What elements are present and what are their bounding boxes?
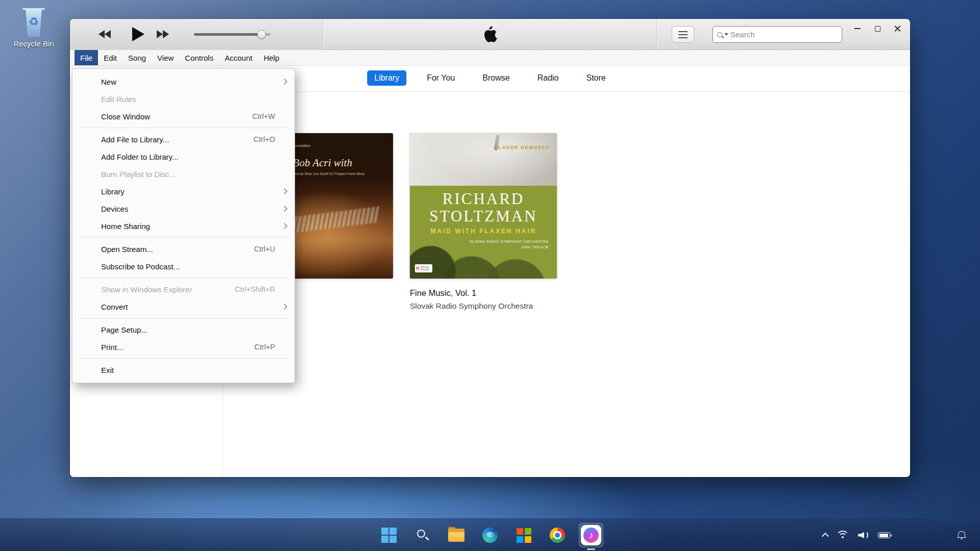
album2-caption: Fine Music, Vol. 1 Slovak Radio Symphony… — [410, 288, 533, 311]
taskbar-center-icons: ♪ — [377, 519, 603, 551]
menu-account[interactable]: Account — [219, 50, 258, 65]
microsoft-store-button[interactable] — [511, 523, 536, 547]
album-title[interactable]: Fine Music, Vol. 1 — [410, 288, 533, 298]
menu-item-print[interactable]: Print... Ctrl+P — [72, 338, 295, 356]
menu-file[interactable]: File — [75, 50, 98, 65]
fast-forward-icon — [157, 30, 163, 38]
itunes-button[interactable]: ♪ — [579, 523, 603, 547]
rewind-icon — [105, 30, 111, 38]
taskbar: ♪ — [0, 518, 980, 551]
notification-area[interactable] — [957, 519, 966, 551]
menu-item-edit-rules: Edit Rules — [72, 90, 295, 108]
nav-tabs: Library For You Browse Radio Store — [367, 69, 612, 87]
album-artist[interactable]: Slovak Radio Symphony Orchestra — [410, 302, 533, 311]
volume-slider[interactable] — [194, 33, 271, 36]
chevron-right-icon — [281, 304, 287, 309]
volume-fill — [194, 33, 261, 36]
play-button[interactable] — [132, 27, 144, 41]
menu-item-page-setup[interactable]: Page Setup... — [72, 321, 295, 338]
next-track-button[interactable] — [157, 30, 169, 38]
menu-separator — [79, 318, 288, 318]
maximize-icon — [875, 26, 880, 32]
recycle-bin[interactable]: ♻ Recycle Bin — [9, 8, 58, 48]
menu-separator — [79, 237, 288, 238]
file-explorer-button[interactable] — [444, 523, 469, 547]
album2-conductor-text: KIRK TREVOR — [522, 245, 549, 249]
desktop-wallpaper: ♻ Recycle Bin — [0, 0, 980, 551]
search-input[interactable] — [730, 30, 838, 39]
chrome-button[interactable] — [545, 523, 570, 547]
menu-separator — [79, 278, 288, 278]
menu-song[interactable]: Song — [122, 50, 152, 65]
list-view-icon — [678, 31, 688, 38]
view-switcher-button[interactable] — [672, 26, 694, 43]
menu-bar: File Edit Song View Controls Account Hel… — [70, 50, 910, 66]
menu-item-home-sharing[interactable]: Home Sharing — [72, 217, 295, 235]
menu-edit[interactable]: Edit — [98, 50, 122, 65]
battery-icon[interactable] — [878, 532, 890, 538]
itunes-icon: ♪ — [581, 525, 601, 545]
nav-tabs-border — [223, 91, 910, 92]
navona-label-text: Navona Records — [421, 266, 431, 271]
hidden-icons-chevron-icon[interactable] — [822, 533, 829, 540]
menu-controls[interactable]: Controls — [179, 50, 219, 65]
apple-logo-icon — [482, 26, 498, 46]
menu-item-convert[interactable]: Convert — [72, 298, 295, 315]
menu-item-close-window[interactable]: Close Window Ctrl+W — [72, 108, 295, 125]
fast-forward-icon — [163, 30, 169, 38]
window-controls — [849, 21, 906, 36]
menu-view[interactable]: View — [152, 50, 179, 65]
album2-photo-area — [410, 133, 557, 186]
menu-item-exit[interactable]: Exit — [72, 361, 295, 379]
taskbar-search-button[interactable] — [410, 523, 435, 547]
edge-button[interactable] — [478, 523, 502, 547]
folder-icon — [448, 529, 464, 542]
bell-icon — [957, 531, 966, 540]
tab-for-you[interactable]: For You — [420, 70, 462, 86]
menu-help[interactable]: Help — [258, 50, 285, 65]
volume-knob[interactable] — [257, 30, 266, 39]
chevron-right-icon — [281, 206, 287, 211]
volume-icon[interactable] — [857, 530, 870, 540]
minimize-button[interactable] — [849, 21, 866, 36]
close-icon — [894, 26, 901, 32]
recycle-bin-label: Recycle Bin — [9, 39, 58, 48]
maximize-button[interactable] — [869, 21, 886, 36]
microsoft-store-icon — [516, 528, 531, 543]
menu-item-open-stream[interactable]: Open Stream... Ctrl+U — [72, 240, 295, 258]
album2-orchestra-text: SLOVAK RADIO SYMPHONY ORCHESTRA — [470, 240, 549, 243]
toolbar-divider — [323, 19, 323, 50]
tab-radio[interactable]: Radio — [530, 70, 566, 86]
album2-subtitle: MAID WITH FLAXEN HAIR — [410, 228, 557, 235]
menu-item-new[interactable]: New — [72, 73, 295, 90]
itunes-window: File Edit Song View Controls Account Hel… — [70, 19, 910, 477]
album2-artist-line2: STOLTZMAN — [410, 207, 557, 226]
tab-library[interactable]: Library — [367, 70, 406, 86]
minimize-icon — [854, 28, 861, 29]
wifi-icon[interactable] — [836, 531, 849, 540]
menu-item-subscribe-to-podcast[interactable]: Subscribe to Podcast... — [72, 258, 295, 275]
album-cover-fine-music[interactable]: CLAUDE DEBUSSY RICHARD STOLTZMAN MAID WI… — [410, 133, 557, 279]
rewind-icon — [99, 30, 105, 38]
menu-item-add-file-to-library[interactable]: Add File to Library... Ctrl+O — [72, 131, 295, 148]
search-field[interactable] — [713, 26, 842, 43]
album2-green-area: RICHARD STOLTZMAN MAID WITH FLAXEN HAIR … — [410, 186, 557, 279]
menu-separator — [79, 358, 288, 359]
close-button[interactable] — [889, 21, 906, 36]
menu-item-devices[interactable]: Devices — [72, 200, 295, 217]
recycle-symbol-icon: ♻ — [22, 15, 45, 29]
previous-track-button[interactable] — [99, 30, 111, 38]
tab-store[interactable]: Store — [579, 70, 612, 86]
chevron-right-icon — [281, 79, 287, 84]
chrome-icon — [550, 528, 565, 543]
chevron-right-icon — [281, 223, 287, 229]
menu-item-library[interactable]: Library — [72, 183, 295, 200]
tab-browse[interactable]: Browse — [475, 70, 517, 86]
album1-title-text: Bob Acri with — [293, 157, 352, 169]
start-button[interactable] — [377, 523, 401, 547]
search-scope-chevron-icon — [724, 33, 728, 36]
navona-records-badge: n Navona Records — [415, 264, 432, 272]
recycle-bin-icon: ♻ — [22, 8, 45, 37]
menu-item-burn-playlist: Burn Playlist to Disc... — [72, 165, 295, 183]
menu-item-add-folder-to-library[interactable]: Add Folder to Library... — [72, 148, 295, 165]
